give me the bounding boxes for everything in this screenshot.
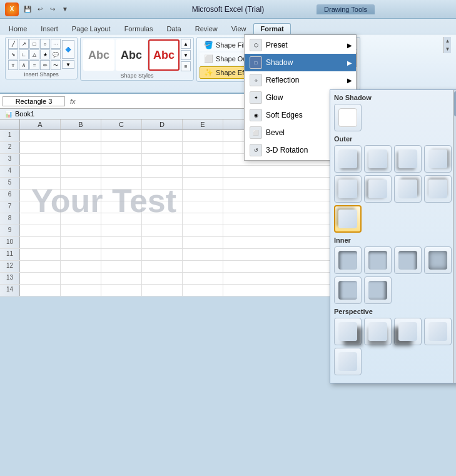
customize-quick-access-button[interactable]: ▼	[60, 4, 70, 14]
cell-4-A[interactable]	[20, 166, 61, 177]
cell-14-C[interactable]	[101, 285, 142, 296]
panel-scroll-thumb[interactable]	[454, 91, 457, 116]
cell-14-A[interactable]	[20, 285, 61, 296]
col-header-c[interactable]: C	[101, 119, 142, 129]
cell-3-A[interactable]	[20, 154, 61, 165]
save-button[interactable]: 💾	[23, 4, 33, 14]
col-header-d[interactable]: D	[142, 119, 183, 129]
cell-7-A[interactable]	[20, 201, 61, 213]
cell-5-E[interactable]	[183, 178, 223, 189]
rect-icon[interactable]: □	[29, 39, 39, 49]
tab-home[interactable]: Home	[3, 24, 33, 34]
cell-13-A[interactable]	[20, 273, 61, 284]
outer-shadow-4[interactable]	[424, 145, 452, 173]
cell-4-D[interactable]	[142, 166, 183, 177]
cell-10-A[interactable]	[20, 237, 61, 248]
inner-shadow-5[interactable]	[334, 276, 362, 304]
cell-5-D[interactable]	[142, 178, 183, 189]
persp-shadow-3[interactable]	[394, 318, 422, 345]
persp-shadow-5[interactable]	[334, 348, 362, 375]
cell-11-D[interactable]	[142, 249, 183, 260]
cell-2-D[interactable]	[142, 142, 183, 153]
cell-2-A[interactable]	[20, 142, 61, 153]
cell-9-C[interactable]	[101, 225, 142, 236]
cell-13-C[interactable]	[101, 273, 142, 284]
cell-5-A[interactable]	[20, 178, 61, 189]
tab-insert[interactable]: Insert	[34, 24, 64, 34]
bend-icon[interactable]: ∟	[19, 49, 29, 59]
inner-shadow-3[interactable]	[394, 246, 422, 274]
outer-shadow-8[interactable]	[424, 175, 452, 203]
cell-1-D[interactable]	[142, 130, 183, 141]
name-box[interactable]	[3, 96, 65, 106]
tab-view[interactable]: View	[225, 24, 253, 34]
tab-page-layout[interactable]: Page Layout	[66, 24, 117, 34]
cell-4-E[interactable]	[183, 166, 223, 177]
cell-1-C[interactable]	[101, 130, 142, 141]
cell-8-C[interactable]	[101, 213, 142, 225]
tab-review[interactable]: Review	[189, 24, 224, 34]
office-logo[interactable]: X	[5, 3, 19, 16]
cell-6-D[interactable]	[142, 190, 183, 201]
cell-7-E[interactable]	[183, 201, 223, 213]
cell-8-D[interactable]	[142, 213, 183, 225]
tab-formulas[interactable]: Formulas	[118, 24, 160, 34]
cell-4-B[interactable]	[61, 166, 101, 177]
cell-3-B[interactable]	[61, 154, 101, 165]
cell-9-B[interactable]	[61, 225, 101, 236]
cell-14-E[interactable]	[183, 285, 223, 296]
col-header-e[interactable]: E	[183, 119, 223, 129]
cell-1-E[interactable]	[183, 130, 223, 141]
cell-13-E[interactable]	[183, 273, 223, 284]
cell-12-C[interactable]	[101, 261, 142, 272]
cell-10-C[interactable]	[101, 237, 142, 248]
ribbon-scroll-up[interactable]: ▲	[444, 37, 452, 45]
line-icon[interactable]: ╱	[8, 39, 18, 49]
star-icon[interactable]: ★	[40, 49, 50, 59]
persp-shadow-2[interactable]	[364, 318, 392, 345]
curve-icon[interactable]: ∿	[8, 49, 18, 59]
inner-shadow-6[interactable]	[364, 276, 392, 304]
cell-5-B[interactable]	[61, 178, 101, 189]
persp-shadow-4[interactable]	[424, 318, 452, 345]
cell-10-D[interactable]	[142, 237, 183, 248]
persp-shadow-1[interactable]	[334, 318, 362, 345]
outer-shadow-7[interactable]	[394, 175, 422, 203]
inner-shadow-1[interactable]	[334, 246, 362, 274]
outer-shadow-3[interactable]	[394, 145, 422, 173]
cell-8-E[interactable]	[183, 213, 223, 225]
cell-7-B[interactable]	[61, 201, 101, 213]
cell-3-E[interactable]	[183, 154, 223, 165]
style-up-icon[interactable]: ▲	[181, 39, 191, 49]
outer-shadow-5[interactable]	[334, 175, 362, 203]
cell-13-B[interactable]	[61, 273, 101, 284]
menu-item-shadow[interactable]: □ Shadow ▶	[245, 54, 356, 71]
cell-6-C[interactable]	[101, 190, 142, 201]
style-down-icon[interactable]: ▼	[181, 50, 191, 60]
undo-button[interactable]: ↩	[35, 4, 45, 14]
cell-9-D[interactable]	[142, 225, 183, 236]
cell-13-D[interactable]	[142, 273, 183, 284]
style-more-icon[interactable]: ≡	[181, 61, 191, 71]
cell-12-E[interactable]	[183, 261, 223, 272]
cell-12-A[interactable]	[20, 261, 61, 272]
cell-8-A[interactable]	[20, 213, 61, 225]
expand-shapes-icon[interactable]: ▼	[62, 60, 74, 69]
freeform-icon[interactable]: 〜	[51, 60, 61, 70]
shape-picker-icon[interactable]: 🔷	[62, 40, 74, 59]
cell-11-A[interactable]	[20, 249, 61, 260]
cell-6-E[interactable]	[183, 190, 223, 201]
cell-9-A[interactable]	[20, 225, 61, 236]
style-btn-1[interactable]: Abc	[83, 39, 114, 71]
cell-12-B[interactable]	[61, 261, 101, 272]
callout-icon[interactable]: 💬	[51, 49, 61, 59]
cell-12-D[interactable]	[142, 261, 183, 272]
ribbon-scroll-down[interactable]: ▼	[444, 45, 452, 53]
cell-3-C[interactable]	[101, 154, 142, 165]
arrow-icon[interactable]: ↗	[19, 39, 29, 49]
style-btn-3[interactable]: Abc	[148, 39, 180, 71]
tab-data[interactable]: Data	[160, 24, 187, 34]
redo-button[interactable]: ↪	[48, 4, 58, 14]
panel-scrollbar[interactable]	[453, 90, 456, 383]
cell-9-E[interactable]	[183, 225, 223, 236]
